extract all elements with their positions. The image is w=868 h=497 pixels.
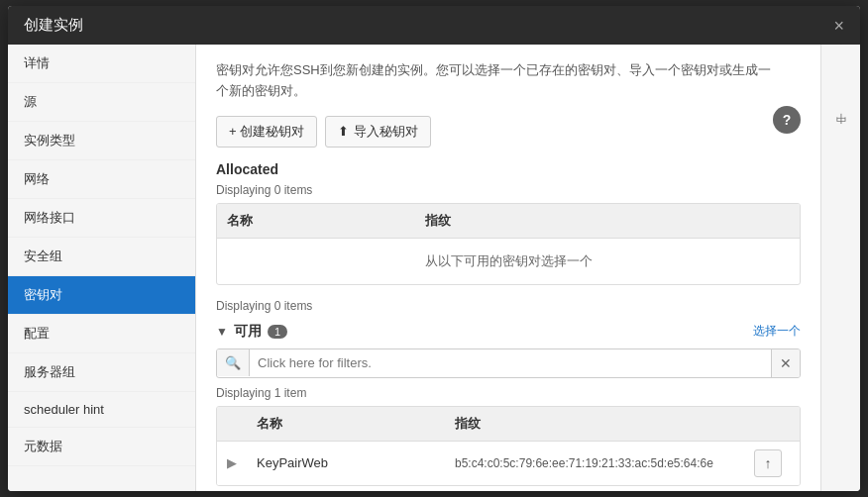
allocated-col-fingerprint: 指纹 [425,212,790,230]
modal-title: 创建实例 [24,16,83,35]
sidebar-item-network-interface[interactable]: 网络接口 [8,199,195,238]
table-row: ▶ KeyPairWeb b5:c4:c0:5c:79:6e:ee:71:19:… [217,442,800,485]
create-keypair-button[interactable]: + 创建秘钥对 [216,116,317,148]
select-one-button[interactable]: 选择一个 [753,323,801,340]
available-badge: 1 [268,325,287,339]
row-upload-button[interactable]: ↑ [754,449,782,477]
filter-clear-button[interactable]: ✕ [771,349,800,377]
help-icon[interactable]: ? [773,106,801,134]
allocated-empty-message: 从以下可用的密钥对选择一个 [217,239,800,284]
intro-text: 密钥对允许您SSH到您新创建的实例。您可以选择一个已存在的密钥对、导入一个密钥对… [216,60,801,102]
available-header: ▼ 可用 1 选择一个 [216,323,801,341]
sidebar-item-network[interactable]: 网络 [8,160,195,199]
available-col-expand [227,415,257,433]
right-status-panel: 中 中 [820,45,860,491]
allocated-col-name: 名称 [227,212,425,230]
sidebar-item-scheduler-hint[interactable]: scheduler hint [8,392,195,428]
sidebar-item-metadata[interactable]: 元数据 [8,428,195,466]
sidebar-item-security-group[interactable]: 安全组 [8,238,195,276]
available-table-header: 名称 指纹 [217,407,800,442]
sidebar-item-keypair[interactable]: 密钥对 [8,276,195,315]
available-col-name: 名称 [257,415,455,433]
button-group: + 创建秘钥对 ⬆ 导入秘钥对 [216,116,801,148]
import-keypair-label: 导入秘钥对 [354,123,418,141]
collapse-icon[interactable]: ▼ [216,325,228,339]
import-keypair-button[interactable]: ⬆ 导入秘钥对 [325,116,431,148]
modal-body: 详情 源 实例类型 网络 网络接口 安全组 密钥对 配置 服务器组 schedu… [8,45,860,491]
allocated-title: Allocated [216,161,801,177]
row-upload-cell: ↑ [754,449,790,477]
available-section: ▼ 可用 1 选择一个 🔍 ✕ Displaying 1 item [216,323,801,491]
row-name: KeyPairWeb [257,455,455,470]
sidebar-item-server-group[interactable]: 服务器组 [8,353,195,392]
create-keypair-label: + 创建秘钥对 [229,123,304,141]
filter-input[interactable] [250,349,771,376]
sidebar-item-source[interactable]: 源 [8,83,195,122]
main-content: ? 密钥对允许您SSH到您新创建的实例。您可以选择一个已存在的密钥对、导入一个密… [196,45,820,491]
modal-overlay: 创建实例 × 详情 源 实例类型 网络 网络接口 安全组 密钥对 配置 服务器组… [0,0,868,497]
allocated-displaying-top: Displaying 0 items [216,183,801,197]
sidebar-item-details[interactable]: 详情 [8,45,195,83]
import-keypair-icon: ⬆ [338,124,349,139]
available-col-fingerprint: 指纹 [455,415,790,433]
modal-close-button[interactable]: × [833,17,844,35]
row-fingerprint: b5:c4:c0:5c:79:6e:ee:71:19:21:33:ac:5d:e… [455,456,754,470]
available-displaying-top: Displaying 1 item [216,386,801,400]
available-title-group: ▼ 可用 1 [216,323,287,341]
allocated-table-header: 名称 指纹 [217,204,800,239]
available-title: 可用 [234,323,262,341]
modal-header: 创建实例 × [8,6,860,45]
sidebar-item-config[interactable]: 配置 [8,315,195,353]
search-icon: 🔍 [217,349,250,376]
sidebar: 详情 源 实例类型 网络 网络接口 安全组 密钥对 配置 服务器组 schedu… [8,45,196,491]
allocated-displaying-bottom: Displaying 0 items [216,299,801,313]
allocated-table: 名称 指纹 从以下可用的密钥对选择一个 [216,203,801,285]
sidebar-item-instance-type[interactable]: 实例类型 [8,122,195,160]
allocated-section: Allocated Displaying 0 items 名称 指纹 从以下可用… [216,161,801,313]
row-expand-icon[interactable]: ▶ [227,455,257,470]
modal: 创建实例 × 详情 源 实例类型 网络 网络接口 安全组 密钥对 配置 服务器组… [8,6,860,491]
filter-bar: 🔍 ✕ [216,348,801,378]
available-table: 名称 指纹 ▶ KeyPairWeb b5:c4:c0:5c:79:6e:ee:… [216,406,801,486]
